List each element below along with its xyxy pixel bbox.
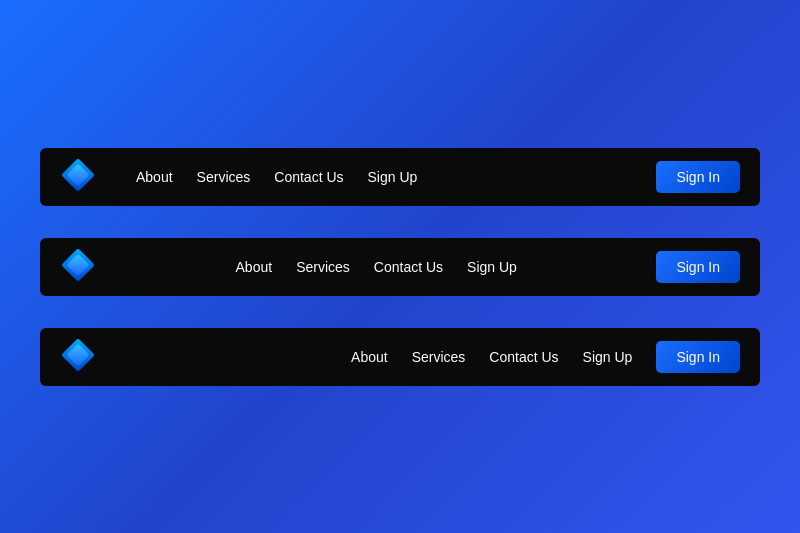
logo-icon-1 xyxy=(60,157,96,193)
nav-item-contact-2[interactable]: Contact Us xyxy=(374,258,443,276)
nav-item-contact-3[interactable]: Contact Us xyxy=(489,349,558,365)
sign-in-button-3[interactable]: Sign In xyxy=(656,341,740,373)
nav-item-signup-2[interactable]: Sign Up xyxy=(467,258,517,276)
nav-item-signup-1[interactable]: Sign Up xyxy=(368,168,418,186)
logo-area-1 xyxy=(60,157,116,197)
right-area-2: Sign In xyxy=(656,251,740,283)
nav-item-services-2[interactable]: Services xyxy=(296,258,350,276)
sign-in-button-1[interactable]: Sign In xyxy=(656,161,740,193)
nav-links-1: About Services Contact Us Sign Up xyxy=(136,168,417,186)
nav-item-about-2[interactable]: About xyxy=(236,258,273,276)
right-links-3: About Services Contact Us Sign Up Sign I… xyxy=(351,341,740,373)
nav-item-signup-3[interactable]: Sign Up xyxy=(583,349,633,365)
center-links-2: About Services Contact Us Sign Up xyxy=(96,258,656,276)
nav-item-about-3[interactable]: About xyxy=(351,349,388,365)
sign-in-button-2[interactable]: Sign In xyxy=(656,251,740,283)
navbar-3: About Services Contact Us Sign Up Sign I… xyxy=(40,328,760,386)
nav-item-services-1[interactable]: Services xyxy=(197,168,251,186)
nav-links-2: About Services Contact Us Sign Up xyxy=(236,258,517,276)
logo-icon-2 xyxy=(60,247,96,283)
logo-area-3 xyxy=(60,337,351,377)
nav-item-about-1[interactable]: About xyxy=(136,168,173,186)
logo-icon-3 xyxy=(60,337,96,373)
navbar-2: About Services Contact Us Sign Up Sign I… xyxy=(40,238,760,296)
nav-item-services-3[interactable]: Services xyxy=(412,349,466,365)
logo-area-2 xyxy=(60,247,96,287)
nav-item-contact-1[interactable]: Contact Us xyxy=(274,168,343,186)
navbar-1: About Services Contact Us Sign Up Sign I… xyxy=(40,148,760,206)
